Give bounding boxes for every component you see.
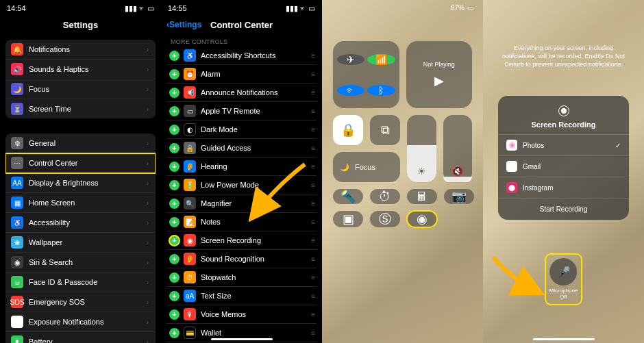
row-icon: 🔋: [184, 179, 196, 191]
drag-handle-icon[interactable]: ≡: [311, 311, 314, 318]
control-row-alarm[interactable]: +⏰Alarm≡: [166, 65, 317, 84]
drag-handle-icon[interactable]: ≡: [311, 144, 314, 152]
control-row-apple-tv-remote[interactable]: +▭Apple TV Remote≡: [166, 102, 317, 120]
screen-recording-button[interactable]: ◉: [407, 211, 437, 227]
brightness-slider[interactable]: ☀: [407, 115, 436, 182]
airplane-toggle[interactable]: ✈: [337, 54, 364, 65]
add-button[interactable]: +: [169, 236, 179, 246]
control-row-notes[interactable]: +📝Notes≡: [166, 213, 317, 231]
drag-handle-icon[interactable]: ≡: [311, 274, 314, 281]
brightness-icon: ☀: [417, 166, 426, 177]
shazam-button[interactable]: Ⓢ: [370, 211, 400, 227]
add-button[interactable]: +: [169, 272, 179, 283]
drag-handle-icon[interactable]: ≡: [311, 163, 314, 170]
back-button[interactable]: ‹ Settings: [166, 20, 201, 29]
start-recording-button[interactable]: Start Recording: [498, 198, 629, 220]
chevron-right-icon: ›: [147, 199, 149, 207]
volume-slider[interactable]: 🔇: [443, 115, 473, 182]
qr-scan-button[interactable]: ▣: [333, 211, 363, 227]
add-button[interactable]: +: [169, 88, 179, 98]
control-row-announce-notifications[interactable]: +📢Announce Notifications≡: [166, 84, 317, 102]
control-row-text-size[interactable]: +aAText Size≡: [166, 287, 317, 305]
add-button[interactable]: +: [169, 69, 179, 79]
settings-group-2: ⚙General›⋯Control Center›AADisplay & Bri…: [5, 134, 156, 343]
titlebar: Settings: [0, 14, 161, 36]
drag-handle-icon[interactable]: ≡: [311, 255, 314, 263]
add-button[interactable]: +: [169, 254, 179, 264]
drag-handle-icon[interactable]: ≡: [311, 181, 314, 189]
drag-handle-icon[interactable]: ≡: [311, 52, 314, 60]
drag-handle-icon[interactable]: ≡: [311, 126, 314, 134]
drag-handle-icon[interactable]: ≡: [311, 237, 314, 244]
settings-row-battery[interactable]: ▮Battery›: [5, 332, 156, 343]
control-row-hearing[interactable]: +👂Hearing≡: [166, 157, 317, 176]
home-indicator[interactable]: [211, 338, 273, 340]
settings-row-focus[interactable]: 🌙Focus›: [5, 79, 156, 99]
drag-handle-icon[interactable]: ≡: [311, 89, 314, 97]
add-button[interactable]: +: [169, 328, 179, 338]
status-bar: 14:54 ▮▮▮ ᯤ ▭: [0, 0, 161, 14]
microphone-toggle[interactable]: 🎤 Microphone Off: [545, 254, 582, 305]
add-button[interactable]: +: [169, 143, 179, 153]
control-row-guided-access[interactable]: +🔒Guided Access≡: [166, 139, 317, 157]
drag-handle-icon[interactable]: ≡: [311, 218, 314, 226]
add-button[interactable]: +: [169, 125, 179, 135]
add-button[interactable]: +: [169, 309, 179, 320]
settings-row-face-id-passcode[interactable]: ☺Face ID & Passcode›: [5, 272, 156, 292]
add-button[interactable]: +: [169, 217, 179, 227]
add-button[interactable]: +: [169, 199, 179, 209]
control-row-stopwatch[interactable]: +⏱Stopwatch≡: [166, 268, 317, 287]
wifi-toggle[interactable]: ᯤ: [337, 85, 364, 96]
add-button[interactable]: +: [169, 162, 179, 172]
calculator-button[interactable]: 🖩: [407, 189, 437, 204]
bluetooth-toggle[interactable]: ᛒ: [367, 85, 395, 96]
chevron-right-icon: ›: [147, 259, 149, 266]
settings-row-notifications[interactable]: 🔔Notifications›: [5, 40, 156, 60]
row-label: Sound Recognition: [201, 255, 311, 263]
add-button[interactable]: +: [169, 106, 179, 116]
drag-handle-icon[interactable]: ≡: [311, 107, 314, 115]
settings-row-general[interactable]: ⚙General›: [5, 134, 156, 153]
control-row-accessibility-shortcuts[interactable]: +♿Accessibility Shortcuts≡: [166, 47, 317, 65]
settings-row-emergency-sos[interactable]: SOSEmergency SOS›: [5, 292, 156, 312]
control-row-magnifier[interactable]: +🔍Magnifier≡: [166, 194, 317, 213]
app-icon: ⬤: [506, 182, 517, 193]
focus-button[interactable]: 🌙 Focus: [333, 152, 400, 182]
settings-row-exposure-notifications[interactable]: ✳Exposure Notifications›: [5, 312, 156, 332]
add-button[interactable]: +: [169, 291, 179, 301]
settings-row-siri-search[interactable]: ◉Siri & Search›: [5, 253, 156, 272]
control-row-low-power-mode[interactable]: +🔋Low Power Mode≡: [166, 176, 317, 194]
screen-mirroring-button[interactable]: ⧉: [370, 115, 400, 145]
settings-row-display-brightness[interactable]: AADisplay & Brightness›: [5, 173, 156, 193]
drag-handle-icon[interactable]: ≡: [311, 71, 314, 78]
add-button[interactable]: +: [169, 180, 179, 190]
rotation-lock-toggle[interactable]: 🔒: [333, 115, 363, 145]
camera-button[interactable]: 📷: [444, 189, 474, 204]
control-row-sound-recognition[interactable]: +👂Sound Recognition≡: [166, 250, 317, 268]
row-label: Voice Memos: [201, 310, 311, 318]
settings-row-home-screen[interactable]: ▦Home Screen›: [5, 193, 156, 213]
control-row-dark-mode[interactable]: +◐Dark Mode≡: [166, 120, 317, 139]
flashlight-button[interactable]: 🔦: [333, 189, 363, 204]
drag-handle-icon[interactable]: ≡: [311, 292, 314, 300]
row-label: Notes: [201, 218, 311, 226]
add-button[interactable]: +: [169, 51, 179, 61]
cellular-toggle[interactable]: 📶: [367, 54, 395, 65]
settings-row-accessibility[interactable]: ♿Accessibility›: [5, 213, 156, 233]
home-indicator[interactable]: [533, 338, 595, 340]
control-row-screen-recording[interactable]: +◉Screen Recording≡: [166, 231, 317, 250]
settings-row-sounds-haptics[interactable]: 🔊Sounds & Haptics›: [5, 60, 156, 79]
status-right: ▮▮▮ ᯤ ▭: [286, 4, 315, 13]
broadcast-target-gmail[interactable]: MGmail: [498, 155, 629, 177]
drag-handle-icon[interactable]: ≡: [311, 329, 314, 337]
status-bar: 14:55 ▮▮▮ ᯤ ▭: [161, 0, 322, 14]
settings-row-screen-time[interactable]: ⏳Screen Time›: [5, 99, 156, 118]
broadcast-target-photos[interactable]: 🌸Photos✓: [498, 134, 629, 155]
control-row-voice-memos[interactable]: +🎙Voice Memos≡: [166, 305, 317, 324]
now-playing-tile[interactable]: Not Playing ▶: [406, 41, 472, 108]
broadcast-target-instagram[interactable]: ⬤Instagram: [498, 177, 629, 198]
drag-handle-icon[interactable]: ≡: [311, 200, 314, 207]
timer-button[interactable]: ⏱: [370, 189, 400, 204]
settings-row-control-center[interactable]: ⋯Control Center›: [5, 153, 156, 173]
settings-row-wallpaper[interactable]: ❀Wallpaper›: [5, 233, 156, 253]
